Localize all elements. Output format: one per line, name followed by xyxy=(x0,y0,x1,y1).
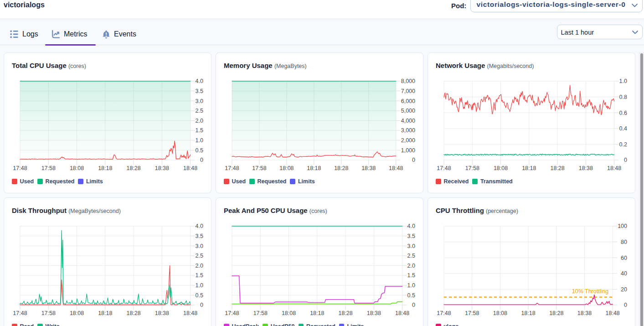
svg-text:2.5: 2.5 xyxy=(196,108,203,114)
svg-text:17:58: 17:58 xyxy=(253,310,268,316)
svg-text:0: 0 xyxy=(412,302,415,308)
svg-text:7,000: 7,000 xyxy=(401,88,415,94)
svg-text:6,000: 6,000 xyxy=(401,98,415,104)
svg-text:17:48: 17:48 xyxy=(437,310,451,316)
svg-text:1.0: 1.0 xyxy=(196,137,203,144)
svg-text:18:08: 18:08 xyxy=(279,165,294,171)
svg-text:18:18: 18:18 xyxy=(98,165,112,171)
svg-text:18:48: 18:48 xyxy=(606,310,620,316)
svg-text:3,000: 3,000 xyxy=(401,127,415,134)
svg-text:4.0: 4.0 xyxy=(196,223,203,229)
svg-text:3.5: 3.5 xyxy=(196,233,203,239)
svg-text:1.5: 1.5 xyxy=(196,127,203,134)
svg-text:1,000: 1,000 xyxy=(401,147,415,153)
svg-text:18:18: 18:18 xyxy=(522,165,536,171)
svg-text:17:48: 17:48 xyxy=(225,310,239,316)
svg-text:2.0: 2.0 xyxy=(196,117,203,124)
svg-text:18:28: 18:28 xyxy=(338,310,352,316)
svg-text:18:28: 18:28 xyxy=(550,165,564,171)
svg-text:17:58: 17:58 xyxy=(252,165,266,171)
svg-text:0.8: 0.8 xyxy=(619,93,627,100)
svg-text:18:38: 18:38 xyxy=(579,165,593,171)
svg-text:18:48: 18:48 xyxy=(395,310,409,316)
svg-text:0: 0 xyxy=(200,302,203,308)
svg-text:1.5: 1.5 xyxy=(196,272,203,279)
svg-text:18:38: 18:38 xyxy=(155,310,169,316)
svg-text:0: 0 xyxy=(412,157,415,163)
svg-text:18:08: 18:08 xyxy=(494,165,508,171)
svg-text:0: 0 xyxy=(624,302,627,308)
svg-text:3.0: 3.0 xyxy=(407,243,415,249)
svg-text:18:38: 18:38 xyxy=(361,165,376,171)
svg-text:1.0: 1.0 xyxy=(619,78,627,84)
svg-text:18:28: 18:28 xyxy=(549,310,563,316)
svg-text:0: 0 xyxy=(200,157,203,163)
svg-text:0.6: 0.6 xyxy=(619,109,627,116)
svg-text:0.5: 0.5 xyxy=(196,292,203,298)
svg-text:18:18: 18:18 xyxy=(307,165,321,171)
svg-text:17:48: 17:48 xyxy=(437,165,451,171)
svg-text:18:08: 18:08 xyxy=(493,310,507,316)
svg-text:0.5: 0.5 xyxy=(407,292,415,298)
svg-text:18:18: 18:18 xyxy=(521,310,535,316)
svg-text:8,000: 8,000 xyxy=(401,78,415,84)
svg-text:17:58: 17:58 xyxy=(465,310,479,316)
svg-text:18:48: 18:48 xyxy=(607,165,621,171)
svg-text:18:48: 18:48 xyxy=(183,310,197,316)
svg-text:18:28: 18:28 xyxy=(126,310,140,316)
svg-text:18:08: 18:08 xyxy=(282,310,296,316)
svg-text:17:58: 17:58 xyxy=(41,165,56,171)
svg-text:1.0: 1.0 xyxy=(196,282,203,289)
svg-text:0.4: 0.4 xyxy=(619,125,627,132)
svg-text:18:48: 18:48 xyxy=(183,165,197,171)
svg-text:4.0: 4.0 xyxy=(407,223,415,229)
svg-text:0: 0 xyxy=(624,157,627,163)
svg-text:1.0: 1.0 xyxy=(407,282,415,289)
svg-text:0.2: 0.2 xyxy=(619,141,627,147)
svg-text:2.5: 2.5 xyxy=(196,253,203,259)
svg-text:18:38: 18:38 xyxy=(577,310,592,316)
svg-text:4.0: 4.0 xyxy=(196,78,203,84)
svg-text:17:58: 17:58 xyxy=(41,310,56,316)
svg-text:2.0: 2.0 xyxy=(196,262,203,269)
svg-text:80: 80 xyxy=(621,238,627,245)
svg-text:17:48: 17:48 xyxy=(13,165,27,171)
svg-text:18:18: 18:18 xyxy=(310,310,324,316)
svg-text:2.5: 2.5 xyxy=(407,253,415,259)
svg-text:5,000: 5,000 xyxy=(401,108,415,114)
svg-text:18:08: 18:08 xyxy=(70,310,84,316)
svg-text:3.5: 3.5 xyxy=(196,88,203,94)
svg-text:0.5: 0.5 xyxy=(196,147,203,153)
svg-text:3.0: 3.0 xyxy=(196,243,203,249)
svg-text:20: 20 xyxy=(621,286,627,292)
svg-text:18:38: 18:38 xyxy=(155,165,169,171)
svg-text:3.0: 3.0 xyxy=(196,98,203,104)
svg-text:2,000: 2,000 xyxy=(401,137,415,144)
svg-text:3.5: 3.5 xyxy=(407,233,415,239)
svg-text:18:28: 18:28 xyxy=(334,165,348,171)
svg-text:18:08: 18:08 xyxy=(70,165,84,171)
svg-text:17:48: 17:48 xyxy=(225,165,239,171)
svg-text:4,000: 4,000 xyxy=(401,117,415,124)
svg-text:17:48: 17:48 xyxy=(13,310,27,316)
svg-text:18:28: 18:28 xyxy=(126,165,140,171)
svg-text:18:38: 18:38 xyxy=(367,310,381,316)
svg-text:10% Throttling: 10% Throttling xyxy=(572,288,608,294)
svg-text:2.0: 2.0 xyxy=(407,262,415,269)
svg-text:40: 40 xyxy=(621,270,627,277)
svg-text:18:18: 18:18 xyxy=(98,310,112,316)
svg-text:60: 60 xyxy=(621,254,627,261)
svg-text:18:48: 18:48 xyxy=(389,165,403,171)
svg-text:17:58: 17:58 xyxy=(465,165,479,171)
svg-text:100: 100 xyxy=(618,223,627,229)
svg-text:1.5: 1.5 xyxy=(407,272,415,279)
